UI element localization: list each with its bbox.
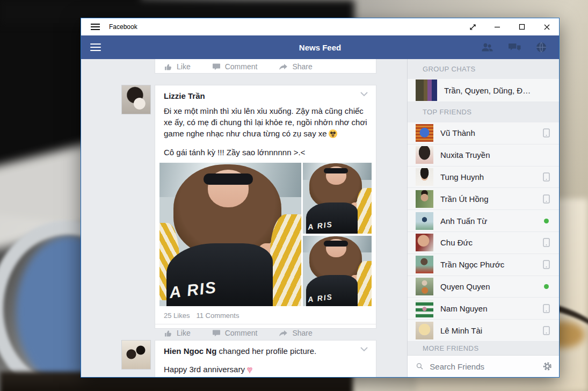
chevron-down-icon[interactable] xyxy=(360,91,368,97)
comment-label: Comment xyxy=(225,62,258,71)
more-friends-header: MORE FRIENDS xyxy=(408,341,559,355)
friend-avatar xyxy=(416,168,433,186)
friend-name: Trần Ngọc Phước xyxy=(440,260,535,269)
friend-avatar xyxy=(416,322,433,339)
titlebar-hamburger-button[interactable] xyxy=(81,22,109,32)
friend-item[interactable]: Nuxita Truyền xyxy=(408,144,559,166)
friend-item[interactable]: Trần Út Hồng xyxy=(408,188,559,210)
friend-name: Trần Út Hồng xyxy=(440,194,535,204)
post-author[interactable]: Lizzie Trần xyxy=(164,91,205,100)
avatar[interactable] xyxy=(121,85,151,114)
fullscreen-button[interactable] xyxy=(460,18,485,35)
thumb-up-icon xyxy=(164,329,172,337)
close-icon xyxy=(543,24,550,31)
share-button[interactable]: Share xyxy=(279,62,312,71)
pink-heart-emoji: ♥ xyxy=(247,365,252,375)
news-feed-column: Like Comment Share xyxy=(81,59,408,377)
app-header: News Feed xyxy=(81,35,559,59)
mobile-status-icon xyxy=(543,172,550,182)
comment-button[interactable]: Comment xyxy=(212,62,258,71)
comment-bubble-icon xyxy=(212,63,221,70)
share-label: Share xyxy=(292,329,312,337)
thumb-up-icon xyxy=(164,63,172,71)
friend-item[interactable]: Lê Minh Tài xyxy=(408,320,559,342)
friend-item[interactable]: Nam Nguyen xyxy=(408,298,559,320)
post-author[interactable]: Hien Ngoc Ng xyxy=(164,346,216,356)
friend-item[interactable]: Chu Đức xyxy=(408,232,559,254)
friend-item[interactable]: Anh Tuấn Từ xyxy=(408,210,559,232)
window-title: Facebook xyxy=(109,23,137,31)
comment-bubble-icon xyxy=(212,329,221,337)
title-bar: Facebook xyxy=(81,18,559,35)
friend-avatar xyxy=(416,212,433,230)
avatar[interactable] xyxy=(121,340,151,370)
mobile-status-icon xyxy=(543,260,550,269)
post-card: Hien Ngoc Ng changed her profile picture… xyxy=(155,340,376,377)
post-message: Happy 3rd anniversary xyxy=(164,365,245,374)
friend-name: Nam Nguyen xyxy=(440,304,535,313)
chevron-down-icon[interactable] xyxy=(360,346,368,352)
hamburger-icon xyxy=(90,41,101,53)
close-button[interactable] xyxy=(534,18,559,35)
diagonal-resize-icon xyxy=(469,23,477,31)
mobile-status-icon xyxy=(543,238,550,247)
mobile-status-icon xyxy=(543,304,550,313)
settings-gear-icon[interactable] xyxy=(543,361,552,372)
friend-item[interactable]: Tung Huynh xyxy=(408,166,559,189)
friend-item[interactable]: Vũ Thành xyxy=(408,122,559,144)
search-icon xyxy=(416,362,423,371)
share-arrow-icon xyxy=(279,330,288,337)
friend-avatar xyxy=(416,124,433,142)
post-photo-large[interactable]: A RIS xyxy=(159,163,301,306)
mobile-status-icon xyxy=(543,194,550,204)
post-action-text: changed her profile picture. xyxy=(216,346,316,356)
friend-name: Nuxita Truyền xyxy=(440,150,535,160)
like-label: Like xyxy=(177,329,191,337)
flushed-face-emoji xyxy=(329,129,337,138)
friend-requests-icon[interactable] xyxy=(481,42,494,53)
online-status-dot xyxy=(544,219,549,223)
group-chat-avatar xyxy=(416,79,437,101)
post-photo-small-1[interactable]: A RIS xyxy=(303,163,372,234)
likes-count[interactable]: 25 Likes xyxy=(164,312,190,320)
comment-label: Comment xyxy=(225,329,258,337)
like-button[interactable]: Like xyxy=(164,329,191,337)
comment-button[interactable]: Comment xyxy=(212,329,258,337)
menu-hamburger-button[interactable] xyxy=(81,41,110,53)
messages-icon[interactable] xyxy=(508,42,521,53)
friend-avatar xyxy=(416,300,433,317)
friend-item[interactable]: Trần Ngọc Phước xyxy=(408,254,559,276)
friend-item[interactable]: Quyen Quyen xyxy=(408,276,559,298)
friend-name: Chu Đức xyxy=(440,238,535,247)
friend-name: Lê Minh Tài xyxy=(440,326,535,335)
friend-avatar xyxy=(416,278,433,295)
post-paragraph-2: Cô gái tánh kỳ !!! Zầy sao lớnnnnnn >.< xyxy=(155,139,376,157)
friend-avatar xyxy=(416,190,433,208)
group-chat-name: Trần, Quyen, Dũng, Đức, Quốc B... xyxy=(444,86,535,95)
friend-name: Vũ Thành xyxy=(440,128,535,137)
friends-sidebar: GROUP CHATS Trần, Quyen, Dũng, Đức, Quốc… xyxy=(408,59,559,377)
post-text: Đi xe một mình thì xỉu lên xỉu xuống. Zậ… xyxy=(155,100,376,139)
minimize-icon xyxy=(494,24,500,30)
minimize-button[interactable] xyxy=(485,18,510,35)
search-friends-input[interactable] xyxy=(430,362,536,371)
like-button[interactable]: Like xyxy=(164,62,191,71)
search-friends-bar xyxy=(408,355,559,377)
mobile-status-icon xyxy=(543,326,550,335)
share-arrow-icon xyxy=(279,63,288,70)
post-photo-small-2[interactable]: A RIS xyxy=(303,236,372,307)
maximize-button[interactable] xyxy=(510,18,534,35)
friend-name: Quyen Quyen xyxy=(440,282,535,291)
friend-name: Anh Tuấn Từ xyxy=(440,216,535,226)
comments-count[interactable]: 11 Comments xyxy=(196,312,239,320)
friend-avatar xyxy=(416,256,433,273)
hamburger-icon xyxy=(91,22,100,32)
notifications-globe-icon[interactable] xyxy=(535,41,547,53)
group-chat-item[interactable]: Trần, Quyen, Dũng, Đức, Quốc B... xyxy=(408,79,559,102)
group-chats-header: GROUP CHATS xyxy=(408,59,559,79)
share-button[interactable]: Share xyxy=(279,329,312,337)
friend-avatar xyxy=(416,146,433,164)
top-friends-header: TOP FRIENDS xyxy=(408,102,559,122)
facebook-app-window: Facebook News Feed xyxy=(81,18,560,378)
mobile-status-icon xyxy=(543,128,550,137)
